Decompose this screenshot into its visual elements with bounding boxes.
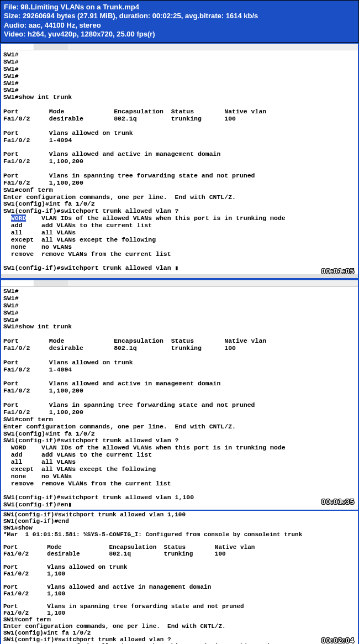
audio-line: Audio: aac, 44100 Hz, stereo: [4, 21, 355, 30]
video-line: Video: h264, yuv420p, 1280x720, 25.00 fp…: [4, 30, 355, 39]
video-label: Video:: [4, 30, 28, 38]
terminal-output[interactable]: SW1(config-if)#switchport trunk allowed …: [1, 511, 358, 644]
size-line: Size: 29260694 bytes (27.91 MiB), durati…: [4, 12, 355, 20]
tab-bar: [1, 280, 358, 287]
file-line: File: 98.Limiting VLANs on a Trunk.mp4: [4, 3, 355, 12]
audio-label: Audio:: [4, 21, 29, 29]
video-frame-1: SW1# SW1# SW1# SW1# SW1# SW1# SW1#show i…: [0, 43, 359, 279]
tab-active[interactable]: [1, 280, 34, 286]
timestamp: 00:02:04: [321, 637, 355, 644]
tab-bar: [1, 44, 358, 50]
tab-inactive[interactable]: [34, 280, 67, 286]
size-value: 29260694 bytes (27.91 MiB), duration: 00…: [23, 12, 258, 20]
tab-active[interactable]: [1, 44, 34, 50]
file-label: File:: [4, 3, 20, 11]
file-value: 98.Limiting VLANs on a Trunk.mp4: [20, 3, 139, 11]
tab-inactive[interactable]: [34, 44, 67, 50]
timestamp: 00:01:05: [321, 268, 355, 276]
video-frame-2: SW1# SW1# SW1# SW1# SW1# SW1#show int tr…: [0, 279, 359, 510]
timestamp: 00:01:35: [321, 498, 355, 506]
video-frame-3: SW1(config-if)#switchport trunk allowed …: [0, 510, 359, 644]
metadata-header: File: 98.Limiting VLANs on a Trunk.mp4 S…: [0, 0, 359, 43]
size-label: Size:: [4, 12, 23, 20]
audio-value: aac, 44100 Hz, stereo: [29, 21, 101, 29]
terminal-output[interactable]: SW1# SW1# SW1# SW1# SW1# SW1# SW1#show i…: [1, 50, 358, 274]
terminal-output[interactable]: SW1# SW1# SW1# SW1# SW1# SW1#show int tr…: [1, 287, 358, 511]
video-value: h264, yuv420p, 1280x720, 25.00 fps(r): [28, 30, 155, 38]
